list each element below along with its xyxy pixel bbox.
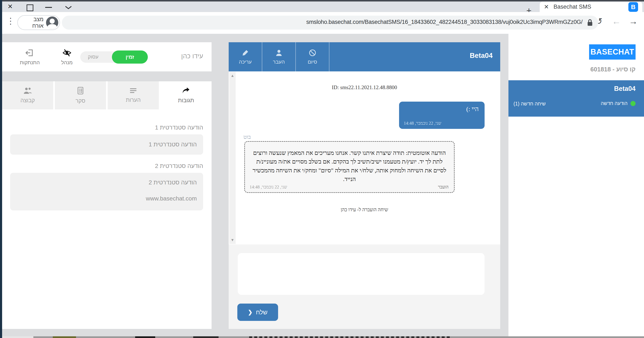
new-message-dot-icon <box>630 101 636 106</box>
avatar-icon <box>46 17 58 29</box>
tab-notes[interactable]: הערות <box>108 81 159 109</box>
bot-message-bubble[interactable]: הודעה אוטומטית: תודה שיצרת איתנו קשר. אנ… <box>244 141 454 193</box>
tab-survey[interactable]: סקר <box>55 81 106 109</box>
bot-message-time: שני, 22 נובמבר, 14:48 <box>250 184 287 190</box>
transfer-chat-button[interactable]: העבר <box>262 42 296 71</box>
bot-sender-label: בוט <box>244 134 251 140</box>
edit-chat-button[interactable]: עריכה <box>229 42 262 71</box>
guest-profile-chip[interactable]: מצב אורח <box>17 15 60 30</box>
tab-label: הערות <box>126 97 140 103</box>
window-maximize-button[interactable] <box>26 5 33 11</box>
people-icon <box>23 87 32 94</box>
session-id: ID: sms22.11.2021.12.48.8800 <box>332 85 397 90</box>
conversation-name: Beta04 <box>614 85 636 93</box>
outgoing-message-text: היי :) <box>466 105 479 113</box>
template-text: הודעה סטנדרטית 1 <box>149 141 197 148</box>
availability-toggle[interactable]: עסוק זמין <box>80 51 148 63</box>
logout-label: התנתקות <box>16 60 44 66</box>
tab-label: סקר <box>76 98 85 104</box>
nav-forward-button[interactable]: → <box>629 17 638 26</box>
basechat-logo: BASECHAT <box>589 44 636 60</box>
transfer-notice: שיחה הועברה ל- עידו כהן <box>341 207 388 212</box>
slash-circle-icon <box>308 49 316 57</box>
browser-menu-icon[interactable]: ⋮ <box>6 16 15 26</box>
toggle-available-label[interactable]: זמין <box>112 51 148 64</box>
edit-chat-label: עריכה <box>239 59 252 65</box>
tab-responses[interactable]: תגובות <box>160 81 212 109</box>
tab-label: קבוצה <box>20 97 35 104</box>
templates-panel: הודעה סטנדרטית 1 הודעה סטנדרטית 1 הודעה … <box>2 109 212 329</box>
send-arrow-icon: ❮ <box>248 309 252 315</box>
logout-icon <box>16 49 44 57</box>
outgoing-message-time: שני, 22 נובמבר, 14:48 <box>404 121 441 126</box>
chat-title: Beta04 <box>470 52 492 60</box>
toggle-busy-label[interactable]: עסוק <box>88 54 98 60</box>
template-title: הודעה סטנדרטית 2 <box>155 163 203 169</box>
logo-text: BASECHAT <box>590 48 634 56</box>
template-title: הודעה סטנדרטית 1 <box>155 124 203 131</box>
chat-messages-area: ▲ ▼ ID: sms22.11.2021.12.48.8800 היי :) … <box>229 71 500 244</box>
outgoing-message-bubble[interactable]: היי :) שני, 22 נובמבר, 14:48 <box>399 102 484 129</box>
window-top-edge <box>0 0 644 2</box>
nav-back-button[interactable]: ← <box>612 17 621 26</box>
manager-label: מנהל <box>53 60 81 66</box>
message-input[interactable] <box>238 253 484 295</box>
tab-group[interactable]: קבוצה <box>2 81 53 109</box>
url-bar[interactable]: smsloho.basechat.com/BasechatSMS/16_1843… <box>62 16 598 30</box>
template-link: www.basechat.com <box>146 195 197 202</box>
logout-button[interactable]: התנתקות <box>16 49 44 66</box>
browser-tab[interactable]: ✕ Basechat SMS B <box>540 2 642 12</box>
lock-icon[interactable] <box>587 19 593 26</box>
scroll-down-icon[interactable]: ▼ <box>229 238 236 242</box>
agent-status-card: עידו כהן עסוק זמין מנהל <box>2 42 212 71</box>
url-text[interactable]: smsloho.basechat.com/BasechatSMS/16_1843… <box>306 19 582 25</box>
hotline-label: קו סיוע - 601818 <box>590 66 636 73</box>
tab-title: Basechat SMS <box>554 4 628 10</box>
end-chat-label: סיום <box>308 59 317 65</box>
end-chat-button[interactable]: סיום <box>296 42 330 71</box>
conversation-item[interactable]: Beta04 הודעה חדשה שיחה חדשה (1) <box>508 80 644 117</box>
strip-fragment <box>53 336 76 338</box>
chat-composer-area: שלח ❮ <box>229 244 500 329</box>
chat-scrollbar[interactable]: ▲ ▼ <box>229 72 236 244</box>
strip-fragment <box>2 336 33 338</box>
window-left-edge <box>0 0 2 338</box>
profile-label: מצב אורח <box>22 16 44 29</box>
manager-button[interactable]: מנהל <box>53 49 81 66</box>
template-card[interactable]: הודעה סטנדרטית 1 <box>10 134 203 155</box>
clipboard-icon <box>77 87 84 95</box>
window-minimize-button[interactable] <box>45 7 52 8</box>
agent-tabs: תגובות הערות סקר <box>2 81 212 109</box>
reply-arrow-icon <box>182 87 190 94</box>
conversation-status: הודעה חדשה <box>601 101 628 106</box>
scroll-up-icon[interactable]: ▲ <box>229 74 236 78</box>
agent-name: עידו כהן <box>181 52 203 60</box>
conversations-sidebar: BASECHAT קו סיוע - 601818 Beta04 הודעה ח… <box>508 34 644 336</box>
person-icon <box>275 49 283 57</box>
bot-message-text: הודעה אוטומטית: תודה שיצרת איתנו קשר. אנ… <box>251 149 448 184</box>
transfer-chat-label: העבר <box>273 59 285 65</box>
template-text: הודעה סטנדרטית 2 <box>149 179 197 186</box>
lines-icon <box>130 88 137 94</box>
send-label: שלח <box>256 309 268 316</box>
tab-close-icon[interactable]: ✕ <box>544 4 549 10</box>
eye-off-icon <box>53 49 81 57</box>
cutoff-text-fragment <box>249 336 450 338</box>
app-window: ✕ + ✕ Basechat SMS B → ← ↺ smsloho.basec… <box>0 0 644 338</box>
tab-label: תגובות <box>178 97 194 104</box>
strip-fragment <box>135 336 155 338</box>
strip-fragment <box>193 336 218 338</box>
template-card[interactable]: הודעה סטנדרטית 2 www.basechat.com <box>10 173 203 210</box>
pencil-icon <box>241 49 249 57</box>
window-chevron-down-icon[interactable] <box>64 5 72 10</box>
basechat-favicon-icon: B <box>628 2 638 12</box>
horizontal-scrollbar[interactable] <box>2 336 644 338</box>
window-close-button[interactable]: ✕ <box>4 2 16 11</box>
conversation-badge: שיחה חדשה (1) <box>514 101 546 107</box>
bot-message-status: הועבר <box>438 184 448 190</box>
chat-header: Beta04 סיום העבר <box>229 42 500 71</box>
send-button[interactable]: שלח ❮ <box>237 303 278 321</box>
